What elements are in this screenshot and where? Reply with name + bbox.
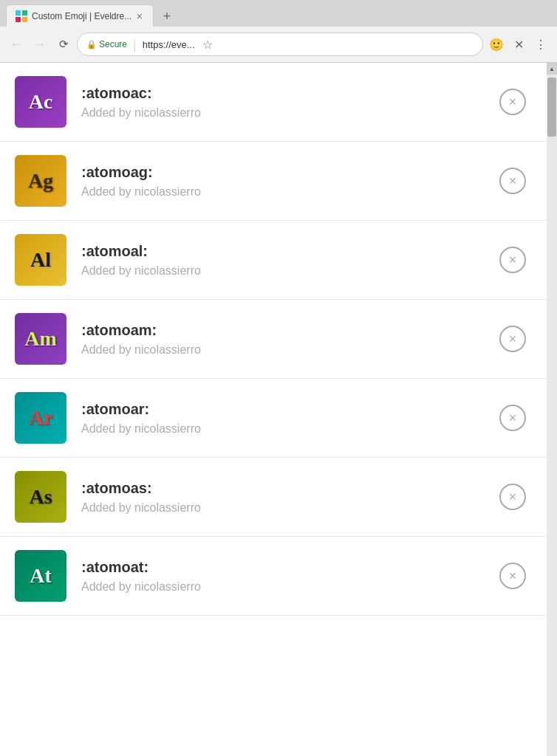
right-scrollbar[interactable]: ▲ [547, 63, 557, 756]
emoji-list: Ac:atomoac:Added by nicolassierro×Ag:ato… [0, 63, 548, 616]
svg-rect-3 [22, 17, 27, 22]
tab-title: Custom Emoji | Eveldre... [32, 11, 131, 21]
secure-badge: 🔒 Secure [86, 39, 127, 49]
content-area: Ac:atomoac:Added by nicolassierro×Ag:ato… [0, 63, 548, 756]
emoji-info: :atomoat:Added by nicolassierro [81, 559, 485, 594]
emoji-icon: At [15, 550, 66, 602]
emoji-list-item: At:atomoat:Added by nicolassierro× [0, 537, 548, 616]
tab-bar: Custom Emoji | Eveldre... × + [0, 0, 557, 27]
browser-toolbar: ← → ⟳ 🔒 Secure | https://eve... ☆ 🙂 ✕ ⋮ [0, 27, 557, 62]
right-scrollbar-up[interactable]: ▲ [547, 63, 557, 75]
emoji-author: Added by nicolassierro [81, 185, 485, 199]
emoji-icon: Am [15, 313, 66, 365]
address-bar[interactable]: 🔒 Secure | https://eve... ☆ [77, 32, 483, 56]
right-scrollbar-thumb[interactable] [547, 78, 556, 137]
emoji-list-item: As:atomoas:Added by nicolassierro× [0, 458, 548, 537]
emoji-code: :atomoag: [81, 164, 485, 181]
emoji-info: :atomoar:Added by nicolassierro [81, 401, 485, 436]
svg-rect-2 [16, 17, 21, 22]
emoji-author: Added by nicolassierro [81, 580, 485, 594]
emoji-author: Added by nicolassierro [81, 264, 485, 278]
svg-rect-1 [22, 10, 27, 16]
emoji-code: :atomoam: [81, 322, 485, 339]
emoji-info: :atomoal:Added by nicolassierro [81, 243, 485, 278]
profile-icon[interactable]: 🙂 [486, 34, 507, 55]
emoji-delete-button[interactable]: × [499, 326, 526, 352]
emoji-delete-button[interactable]: × [499, 405, 526, 431]
emoji-author: Added by nicolassierro [81, 501, 485, 515]
favicon-icon [16, 10, 27, 22]
forward-button[interactable]: → [30, 34, 50, 55]
emoji-info: :atomoag:Added by nicolassierro [81, 164, 485, 199]
bookmark-star-icon[interactable]: ☆ [202, 38, 213, 52]
emoji-info: :atomoas:Added by nicolassierro [81, 480, 485, 515]
new-tab-button[interactable]: + [157, 6, 177, 27]
emoji-delete-button[interactable]: × [499, 484, 526, 510]
page-container: Ac:atomoac:Added by nicolassierro×Ag:ato… [0, 63, 557, 756]
emoji-code: :atomoas: [81, 480, 485, 497]
toolbar-icons: 🙂 ✕ ⋮ [486, 34, 551, 55]
tab-favicon [16, 10, 27, 22]
emoji-author: Added by nicolassierro [81, 343, 485, 357]
emoji-list-item: Al:atomoal:Added by nicolassierro× [0, 221, 548, 300]
menu-icon[interactable]: ⋮ [530, 34, 551, 55]
extension-icon[interactable]: ✕ [508, 34, 529, 55]
url-divider: | [133, 37, 137, 52]
emoji-code: :atomoal: [81, 243, 485, 260]
emoji-info: :atomoac:Added by nicolassierro [81, 85, 485, 120]
emoji-code: :atomoac: [81, 85, 485, 102]
emoji-code: :atomoar: [81, 401, 485, 418]
emoji-icon: Ar [15, 392, 66, 444]
emoji-list-item: Ac:atomoac:Added by nicolassierro× [0, 63, 548, 142]
secure-label: Secure [99, 39, 127, 49]
svg-rect-0 [16, 10, 21, 16]
emoji-author: Added by nicolassierro [81, 106, 485, 120]
emoji-info: :atomoam:Added by nicolassierro [81, 322, 485, 357]
emoji-delete-button[interactable]: × [499, 89, 526, 115]
tab-close-button[interactable]: × [135, 10, 144, 22]
browser-chrome: Custom Emoji | Eveldre... × + ← → ⟳ 🔒 Se… [0, 0, 557, 63]
emoji-list-item: Ar:atomoar:Added by nicolassierro× [0, 379, 548, 458]
emoji-delete-button[interactable]: × [499, 168, 526, 194]
reload-button[interactable]: ⟳ [53, 34, 74, 55]
active-tab[interactable]: Custom Emoji | Eveldre... × [6, 4, 154, 27]
emoji-author: Added by nicolassierro [81, 422, 485, 436]
emoji-icon: Ag [15, 155, 66, 207]
emoji-icon: As [15, 471, 66, 523]
emoji-list-item: Ag:atomoag:Added by nicolassierro× [0, 142, 548, 221]
emoji-code: :atomoat: [81, 559, 485, 576]
emoji-delete-button[interactable]: × [499, 563, 526, 589]
back-button[interactable]: ← [6, 34, 27, 55]
emoji-list-item: Am:atomoam:Added by nicolassierro× [0, 300, 548, 379]
emoji-icon: Ac [15, 76, 66, 128]
lock-icon: 🔒 [86, 40, 97, 49]
url-text: https://eve... [143, 39, 195, 50]
emoji-delete-button[interactable]: × [499, 247, 526, 273]
emoji-icon: Al [15, 234, 66, 286]
